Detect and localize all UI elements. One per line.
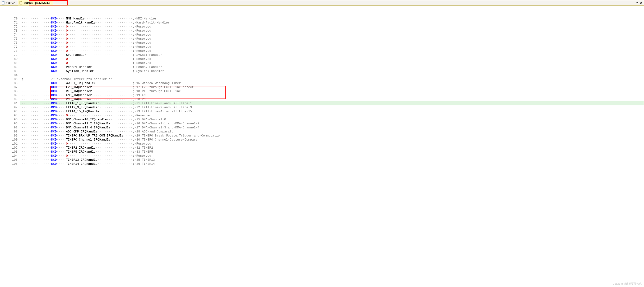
line-number: 85 bbox=[0, 77, 20, 81]
editor-area: 70················DCD·····NMI_Handler···… bbox=[0, 6, 644, 166]
code-line[interactable]: 74················DCD·····0·············… bbox=[0, 33, 644, 37]
line-number: 90 bbox=[0, 97, 20, 101]
line-number: 98 bbox=[0, 130, 20, 134]
code-line[interactable]: 81················DCD·····0·············… bbox=[0, 61, 644, 65]
code-line[interactable]: 102················DCD·····TIMER2_IRQHan… bbox=[0, 146, 644, 150]
code-line[interactable]: 85;···············/*·external·interrupts… bbox=[0, 77, 644, 81]
line-number: 93 bbox=[0, 109, 20, 113]
code-line[interactable]: 91················DCD·····EXTI0_1_IRQHan… bbox=[0, 101, 644, 105]
line-number: 73 bbox=[0, 29, 20, 33]
code-content: ················DCD·····0···············… bbox=[20, 49, 644, 53]
code-content: ················DCD·····0···············… bbox=[20, 61, 644, 65]
code-line[interactable]: 95················DCD·····DMA_Channel0_I… bbox=[0, 118, 644, 122]
code-line[interactable]: 83················DCD·····SysTick_Handle… bbox=[0, 69, 644, 73]
code-line[interactable]: 103················DCD·····TIMER5_IRQHan… bbox=[0, 150, 644, 154]
line-number: 103 bbox=[0, 150, 20, 154]
code-content: ················DCD·····WWDGT_IRQHandler… bbox=[20, 81, 644, 85]
code-line[interactable]: 104················DCD·····0············… bbox=[0, 154, 644, 158]
line-number: 91 bbox=[0, 101, 20, 105]
code-line[interactable]: 93················DCD·····EXTI4_15_IRQHa… bbox=[0, 109, 644, 113]
code-content: ················DCD·····EXTI4_15_IRQHand… bbox=[20, 109, 644, 113]
code-line[interactable]: 78················DCD·····0·············… bbox=[0, 49, 644, 53]
line-number: 88 bbox=[0, 89, 20, 93]
line-number: 80 bbox=[0, 57, 20, 61]
code-line[interactable]: 100················DCD·····TIMER0_Channe… bbox=[0, 138, 644, 142]
tab-label: startup_gd32e23x.s bbox=[24, 1, 50, 5]
code-content: ················DCD·····LVD_IRQHandler··… bbox=[20, 85, 644, 89]
tab-main-c[interactable]: main.c* bbox=[0, 0, 18, 6]
line-number: 95 bbox=[0, 118, 20, 122]
code-line[interactable]: 94················DCD·····0·············… bbox=[0, 113, 644, 118]
code-line[interactable]: 92················DCD·····EXTI2_3_IRQHan… bbox=[0, 105, 644, 109]
line-number: 102 bbox=[0, 146, 20, 150]
code-content: ················DCD·····TIMER2_IRQHandle… bbox=[20, 146, 644, 150]
code-editor[interactable]: 70················DCD·····NMI_Handler···… bbox=[0, 6, 644, 166]
code-line[interactable]: 88················DCD·····RTC_IRQHandler… bbox=[0, 89, 644, 93]
line-number: 76 bbox=[0, 41, 20, 45]
line-number: 81 bbox=[0, 61, 20, 65]
code-line[interactable]: 97················DCD·····DMA_Channel3_4… bbox=[0, 126, 644, 130]
line-number: 79 bbox=[0, 53, 20, 57]
code-content: ················DCD·····0···············… bbox=[20, 41, 644, 45]
code-content: ················DCD·····RTC_IRQHandler··… bbox=[20, 89, 644, 93]
code-content: ················DCD·····EXTI0_1_IRQHandl… bbox=[20, 101, 644, 105]
line-number: 82 bbox=[0, 65, 20, 69]
code-line[interactable]: 84 bbox=[0, 73, 644, 77]
code-line[interactable]: 105················DCD·····TIMER13_IRQHa… bbox=[0, 158, 644, 162]
code-content bbox=[20, 73, 644, 77]
code-content: ················DCD·····RCU_IRQHandler··… bbox=[20, 97, 644, 101]
code-content: ················DCD·····0···············… bbox=[20, 29, 644, 33]
line-number: 86 bbox=[0, 81, 20, 85]
code-content: ················DCD·····TIMER0_Channel_I… bbox=[20, 138, 644, 142]
code-line[interactable]: 75················DCD·····0·············… bbox=[0, 37, 644, 41]
code-line[interactable]: 99················DCD·····TIMER0_BRK_UP_… bbox=[0, 134, 644, 138]
code-content: ················DCD·····PendSV_Handler··… bbox=[20, 65, 644, 69]
code-line[interactable]: 82················DCD·····PendSV_Handler… bbox=[0, 65, 644, 69]
dropdown-icon[interactable] bbox=[636, 2, 638, 4]
line-number: 99 bbox=[0, 134, 20, 138]
close-icon[interactable] bbox=[640, 2, 642, 4]
code-line[interactable]: 77················DCD·····0·············… bbox=[0, 45, 644, 49]
tab-startup-s[interactable]: startup_gd32e23x.s bbox=[18, 0, 53, 6]
code-line[interactable]: 90················DCD·····RCU_IRQHandler… bbox=[0, 97, 644, 101]
code-content: ;···············/*·external·interrupts·h… bbox=[20, 77, 644, 81]
line-number: 77 bbox=[0, 45, 20, 49]
code-line[interactable]: 106················DCD·····TIMER14_IRQHa… bbox=[0, 162, 644, 166]
code-line[interactable]: 87················DCD·····LVD_IRQHandler… bbox=[0, 85, 644, 89]
code-line[interactable]: 101················DCD·····0············… bbox=[0, 142, 644, 146]
editor-window: main.c* startup_gd32e23x.s 70···········… bbox=[0, 0, 644, 166]
code-line[interactable]: 80················DCD·····0·············… bbox=[0, 57, 644, 61]
line-number: 70 bbox=[0, 17, 20, 21]
line-number: 104 bbox=[0, 154, 20, 158]
code-line[interactable]: 86················DCD·····WWDGT_IRQHandl… bbox=[0, 81, 644, 85]
code-content: ················DCD·····SysTick_Handler·… bbox=[20, 69, 644, 73]
code-content: ················DCD·····0···············… bbox=[20, 37, 644, 41]
line-number: 100 bbox=[0, 138, 20, 142]
code-line[interactable]: 98················DCD·····ADC_CMP_IRQHan… bbox=[0, 130, 644, 134]
line-number: 96 bbox=[0, 122, 20, 126]
line-number: 84 bbox=[0, 73, 20, 77]
code-content: ················DCD·····0···············… bbox=[20, 25, 644, 29]
tab-bar: main.c* startup_gd32e23x.s bbox=[0, 0, 644, 6]
code-content: ················DCD·····TIMER0_BRK_UP_TR… bbox=[20, 134, 644, 138]
code-line[interactable]: 71················DCD·····HardFault_Hand… bbox=[0, 21, 644, 25]
line-number: 89 bbox=[0, 93, 20, 97]
tab-label: main.c* bbox=[6, 1, 16, 5]
code-line[interactable]: 79················DCD·····SVC_Handler···… bbox=[0, 53, 644, 57]
code-content: ················DCD·····0···············… bbox=[20, 113, 644, 118]
code-line[interactable]: 76················DCD·····0·············… bbox=[0, 41, 644, 45]
code-line[interactable]: 96················DCD·····DMA_Channel1_2… bbox=[0, 122, 644, 126]
line-number: 78 bbox=[0, 49, 20, 53]
code-content: ················DCD·····0···············… bbox=[20, 45, 644, 49]
code-line[interactable]: 89················DCD·····FMC_IRQHandler… bbox=[0, 93, 644, 97]
code-content: ················DCD·····0···············… bbox=[20, 154, 644, 158]
code-content: ················DCD·····HardFault_Handle… bbox=[20, 21, 644, 25]
code-content: ················DCD·····DMA_Channel0_IRQ… bbox=[20, 118, 644, 122]
line-number: 101 bbox=[0, 142, 20, 146]
code-line[interactable]: 72················DCD·····0·············… bbox=[0, 25, 644, 29]
code-line[interactable]: 70················DCD·····NMI_Handler···… bbox=[0, 17, 644, 21]
code-content: ················DCD·····TIMER5_IRQHandle… bbox=[20, 150, 644, 154]
code-line[interactable]: 73················DCD·····0·············… bbox=[0, 29, 644, 33]
code-content: ················DCD·····DMA_Channel3_4_I… bbox=[20, 126, 644, 130]
line-number: 71 bbox=[0, 21, 20, 25]
